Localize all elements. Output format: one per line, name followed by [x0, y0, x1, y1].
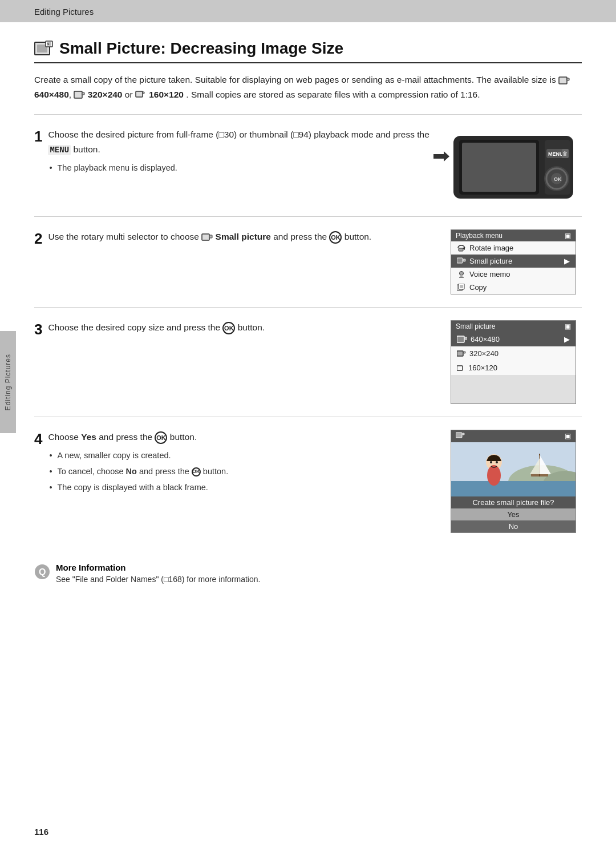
more-info-section: Q More Information See "File and Folder … [34, 563, 582, 584]
svg-rect-5 [559, 77, 567, 84]
step-3-inner: 3 Choose the desired copy size and press… [34, 308, 582, 417]
svg-rect-9 [136, 91, 143, 97]
step-4-bullets: A new, smaller copy is created. To cance… [48, 449, 437, 495]
svg-rect-42 [463, 433, 464, 435]
svg-rect-35 [460, 285, 463, 288]
step-3-right: Small picture ▣ 640×480 ▶ 320×240 [451, 320, 582, 404]
step-3-text: Choose the desired copy size and press t… [48, 320, 437, 335]
dialog-screen: ▣ [451, 430, 576, 533]
svg-point-53 [490, 461, 492, 463]
svg-rect-8 [82, 92, 84, 95]
svg-rect-7 [74, 91, 82, 98]
small-pic-title: Small picture [456, 322, 495, 330]
dialog-no-option[interactable]: No [451, 520, 576, 532]
more-info-icon: Q [34, 564, 50, 582]
menu-item-voice-label: Voice memo [469, 270, 510, 278]
svg-point-30 [460, 271, 464, 275]
svg-rect-36 [457, 336, 464, 342]
small-pic-item-160[interactable]: 160×120 [451, 361, 576, 375]
step-4-text: Choose Yes and press the OK button. A ne… [48, 430, 437, 496]
intro-size1: 640×480 [34, 90, 69, 99]
ok-button-label: OK [329, 231, 342, 244]
header-label: Editing Pictures [34, 7, 94, 17]
intro-size2: 320×240 [88, 90, 123, 99]
more-info-title: More Information [56, 563, 260, 572]
svg-rect-24 [202, 234, 209, 240]
ok-btn-small: OK [192, 467, 201, 477]
step-3-number: 3 [34, 320, 42, 340]
step-2-number: 2 [34, 229, 42, 249]
step-4-number: 4 [34, 430, 42, 449]
step-4-section: 4 Choose Yes and press the OK button. A … [34, 417, 582, 546]
svg-rect-31 [460, 275, 463, 277]
more-info-content: More Information See "File and Folder Na… [56, 563, 260, 584]
step-1-number: 1 [34, 127, 42, 147]
svg-rect-29 [463, 259, 465, 261]
menu-screen-header: Playback menu ▣ [451, 230, 576, 241]
small-picture-icon: S [34, 41, 54, 56]
svg-rect-23 [462, 143, 536, 192]
step-4-inner: 4 Choose Yes and press the OK button. A … [34, 417, 582, 546]
size-320-label: 320×240 [469, 349, 499, 358]
menu-label: MENU [48, 145, 71, 155]
step-4-bullet-1: A new, smaller copy is created. [57, 449, 437, 463]
step-4-yes-bold: Yes [81, 432, 96, 442]
small-pic-footer [451, 375, 576, 403]
intro-suffix: . Small copies are stored as separate fi… [186, 90, 480, 99]
page: Editing Pictures Editing Pictures S Smal… [0, 0, 616, 848]
intro-text-start: Create a small copy of the picture taken… [34, 75, 556, 84]
small-pic-item-320[interactable]: 320×240 [451, 346, 576, 361]
svg-rect-46 [451, 481, 576, 496]
step-2-inner: 2 Use the rotary multi selector to choos… [34, 217, 582, 307]
dialog-header: ▣ [451, 430, 576, 442]
menu-item-copy: Copy [451, 281, 576, 294]
svg-rect-10 [143, 92, 144, 94]
step-2-text: Use the rotary multi selector to choose … [48, 229, 437, 244]
svg-rect-28 [457, 258, 463, 263]
small-pic-header: Small picture ▣ [451, 321, 576, 332]
step-2-right: Playback menu ▣ Rotate image Small pictu… [451, 229, 582, 294]
menu-item-arrow: ▶ [564, 257, 570, 265]
menu-icon: ▣ [565, 232, 571, 240]
svg-marker-11 [433, 151, 449, 161]
menu-item-rotate-label: Rotate image [469, 244, 513, 252]
menu-item-small-picture[interactable]: Small picture ▶ [451, 255, 576, 268]
menu-item-voice: Voice memo [451, 268, 576, 281]
svg-point-52 [487, 465, 501, 486]
step-1-right: MENU OK 🗑 [451, 127, 582, 204]
step-2-bold: Small picture [216, 232, 271, 241]
dialog-prompt: Create small picture file? [451, 496, 576, 508]
step-3-left: 3 Choose the desired copy size and press… [34, 320, 437, 340]
svg-text:MENU: MENU [548, 151, 564, 157]
small-pic-icon-header: ▣ [565, 322, 571, 330]
dialog-yes-option[interactable]: Yes [451, 508, 576, 520]
arrow-indicator [433, 151, 449, 161]
step-4-left: 4 Choose Yes and press the OK button. A … [34, 430, 437, 496]
step-1-section: 1 Choose the desired picture from full-f… [34, 114, 582, 216]
step-1-left: 1 Choose the desired picture from full-f… [34, 127, 437, 177]
ok-button-label-3: OK [222, 322, 235, 334]
svg-rect-25 [209, 235, 212, 238]
step-2-section: 2 Use the rotary multi selector to choos… [34, 216, 582, 307]
dialog-icon-right: ▣ [565, 432, 571, 441]
svg-text:OK: OK [554, 176, 562, 182]
sidebar-tab: Editing Pictures [0, 331, 16, 433]
size-640-label: 640×480 [471, 335, 500, 344]
page-title: Small Picture: Decreasing Image Size [59, 39, 343, 58]
playback-menu-screen: Playback menu ▣ Rotate image Small pictu… [451, 229, 576, 294]
svg-text:🗑: 🗑 [562, 151, 568, 156]
size-icon-2 [74, 90, 85, 99]
svg-rect-27 [459, 248, 463, 251]
svg-rect-37 [465, 337, 467, 340]
size-160-label: 160×120 [468, 364, 497, 372]
more-info-text: See "File and Folder Names" (□168) for m… [56, 575, 260, 584]
page-number: 116 [34, 827, 48, 837]
step-4-bullet-3: The copy is displayed with a black frame… [57, 481, 437, 495]
step-2-left: 2 Use the rotary multi selector to choos… [34, 229, 437, 249]
svg-point-54 [496, 461, 498, 463]
svg-rect-38 [457, 351, 463, 356]
menu-item-rotate: Rotate image [451, 241, 576, 255]
step-1-bullet-1: The playback menu is displayed. [57, 161, 437, 175]
ok-button-label-4: OK [155, 431, 167, 444]
small-pic-item-640[interactable]: 640×480 ▶ [451, 332, 576, 346]
